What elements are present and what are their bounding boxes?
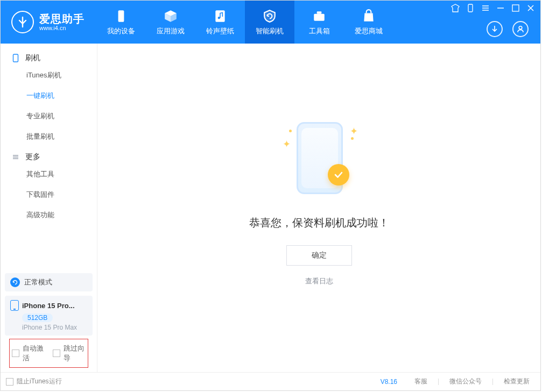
device-name: iPhone 15 Pro...: [22, 302, 75, 310]
device-icon: [114, 9, 129, 24]
sidebar-group-label: 更多: [25, 152, 40, 162]
svg-rect-6: [512, 5, 519, 11]
view-log-link[interactable]: 查看日志: [305, 276, 333, 286]
wechat-link[interactable]: 微信公众号: [446, 377, 485, 386]
window-controls: [451, 4, 535, 12]
nav-label: 应用游戏: [157, 26, 185, 36]
check-update-link[interactable]: 检查更新: [501, 377, 533, 386]
nav-apps[interactable]: 应用游戏: [146, 1, 195, 44]
brand-logo-icon: [11, 11, 34, 33]
success-illustration: ✦ ✦: [271, 119, 368, 199]
brand: 爱思助手 www.i4.cn: [1, 1, 96, 44]
svg-rect-0: [118, 10, 124, 22]
nav-label: 工具箱: [309, 26, 330, 36]
device-capacity-badge: 512GB: [22, 313, 53, 322]
device-full-name: iPhone 15 Pro Max: [22, 324, 87, 331]
version-label: V8.16: [381, 378, 397, 386]
close-icon[interactable]: [526, 4, 535, 12]
menu-icon[interactable]: [481, 4, 490, 12]
app-header: 爱思助手 www.i4.cn 我的设备 应用游戏 铃声壁纸 智能刷机: [1, 1, 540, 44]
nav-my-device[interactable]: 我的设备: [96, 1, 146, 44]
support-link[interactable]: 客服: [411, 377, 431, 386]
sidebar-item-oneclick-flash[interactable]: 一键刷机: [1, 85, 97, 106]
nav-ringtones[interactable]: 铃声壁纸: [195, 1, 245, 44]
sidebar-item-download-firmware[interactable]: 下载固件: [1, 184, 97, 205]
sidebar-group-label: 刷机: [25, 53, 40, 63]
shopping-bag-icon: [361, 9, 376, 24]
auto-activate-checkbox[interactable]: 自动激活: [12, 344, 45, 363]
nav-label: 智能刷机: [256, 26, 284, 36]
brand-title: 爱思助手: [39, 13, 85, 25]
minimize-icon[interactable]: [496, 4, 505, 12]
success-check-icon: [328, 164, 349, 186]
sidebar-item-batch-flash[interactable]: 批量刷机: [1, 126, 97, 147]
skin-icon[interactable]: [451, 4, 460, 12]
svg-rect-4: [317, 11, 322, 13]
device-mode-chip[interactable]: 正常模式: [5, 273, 93, 291]
toolbox-icon: [312, 9, 327, 24]
phone-small-icon[interactable]: [466, 4, 475, 12]
refresh-icon: [10, 277, 20, 287]
block-itunes-label: 阻止iTunes运行: [17, 377, 62, 386]
user-icon[interactable]: [512, 21, 529, 37]
music-icon: [213, 9, 228, 24]
ok-button[interactable]: 确定: [286, 245, 352, 266]
skip-wizard-label: 跳过向导: [64, 344, 86, 363]
sidebar-group-flash: 刷机: [1, 48, 97, 65]
sidebar: 刷机 iTunes刷机 一键刷机 专业刷机 批量刷机 更多 其他工具 下载固件 …: [1, 44, 97, 372]
download-icon[interactable]: [487, 21, 503, 37]
sidebar-item-advanced[interactable]: 高级功能: [1, 205, 97, 225]
options-highlight-box: 自动激活 跳过向导: [9, 339, 88, 368]
cube-icon: [163, 9, 178, 24]
svg-rect-8: [13, 54, 18, 62]
nav-label: 我的设备: [107, 26, 135, 36]
main-content: ✦ ✦ 恭喜您，保资料刷机成功啦！ 确定 查看日志: [97, 44, 540, 372]
main-nav: 我的设备 应用游戏 铃声壁纸 智能刷机 工具箱 爱思商城: [96, 1, 393, 44]
refresh-shield-icon: [262, 9, 277, 24]
sidebar-item-pro-flash[interactable]: 专业刷机: [1, 106, 97, 126]
phone-outline-icon: [11, 54, 20, 62]
status-bar: 阻止iTunes运行 V8.16 客服 微信公众号 检查更新: [1, 372, 540, 390]
auto-activate-label: 自动激活: [23, 344, 45, 363]
sidebar-item-itunes-flash[interactable]: iTunes刷机: [1, 65, 97, 85]
svg-rect-3: [314, 13, 325, 20]
device-mode-label: 正常模式: [24, 277, 52, 287]
phone-icon: [10, 300, 19, 311]
nav-store[interactable]: 爱思商城: [344, 1, 393, 44]
nav-label: 爱思商城: [355, 26, 383, 36]
sidebar-group-more: 更多: [1, 147, 97, 164]
nav-label: 铃声壁纸: [206, 26, 234, 36]
device-card[interactable]: iPhone 15 Pro... 512GB iPhone 15 Pro Max: [5, 296, 93, 336]
nav-flash[interactable]: 智能刷机: [245, 1, 294, 44]
brand-subtitle: www.i4.cn: [39, 25, 85, 31]
maximize-icon[interactable]: [511, 4, 520, 12]
skip-wizard-checkbox[interactable]: 跳过向导: [53, 344, 86, 363]
sidebar-item-other-tools[interactable]: 其他工具: [1, 164, 97, 184]
success-message: 恭喜您，保资料刷机成功啦！: [249, 216, 389, 230]
svg-point-7: [519, 26, 522, 30]
block-itunes-checkbox[interactable]: 阻止iTunes运行: [6, 377, 62, 386]
nav-toolbox[interactable]: 工具箱: [294, 1, 344, 44]
svg-rect-5: [468, 4, 473, 12]
more-lines-icon: [11, 153, 20, 161]
